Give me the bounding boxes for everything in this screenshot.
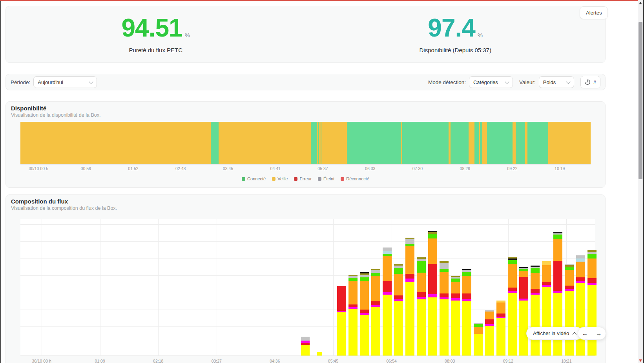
stacked-bar xyxy=(383,248,392,356)
pie-chart-icon xyxy=(585,79,590,85)
timeline-segment-connecté xyxy=(347,122,401,164)
timeline-segment-veille xyxy=(469,122,474,164)
stacked-bar xyxy=(576,255,585,356)
legend-swatch xyxy=(294,177,297,181)
availability-tick-label: 03:45 xyxy=(223,166,233,171)
valeur-select[interactable]: Poids xyxy=(539,76,574,88)
legend-swatch xyxy=(341,177,344,181)
bar-segment-red xyxy=(383,281,392,292)
mode-detection-select[interactable]: Catégories xyxy=(469,76,513,88)
stacked-bar xyxy=(519,267,528,356)
bar-segment-red xyxy=(462,293,471,299)
bar-segment-yellow xyxy=(428,297,437,356)
timeline-segment-connecté xyxy=(527,122,548,164)
scroll-down-arrow-icon[interactable] xyxy=(639,359,642,362)
bar-segment-yellow xyxy=(360,315,369,356)
availability-panel: Disponibilité Visualisation de la dispon… xyxy=(5,101,606,188)
kpi-availability-value: 97.4 xyxy=(428,15,475,40)
timeline-segment-veille xyxy=(482,122,487,164)
availability-timeline xyxy=(20,122,591,165)
bar-segment-yellow xyxy=(451,301,460,356)
gridline-horizontal xyxy=(20,224,595,225)
bar-segment-gray xyxy=(576,255,585,258)
vertical-scrollbar[interactable] xyxy=(638,0,643,363)
availability-tick-label: 04:41 xyxy=(270,166,281,171)
composition-tick-label: 05:45 xyxy=(328,359,338,363)
bar-segment-orange xyxy=(531,273,540,289)
show-video-button[interactable]: Afficher la vidéo xyxy=(526,327,583,340)
bar-segment-green xyxy=(440,269,449,272)
stacked-bar xyxy=(371,269,380,356)
composition-tick-label: 09:12 xyxy=(503,359,513,363)
availability-tick-label: 09:22 xyxy=(507,166,517,171)
bar-segment-yellow xyxy=(531,295,540,356)
bar-segment-orange xyxy=(462,276,471,293)
legend-swatch xyxy=(318,177,321,181)
kpi-purity-label: Pureté du flux PETC xyxy=(129,47,182,53)
availability-x-axis: 30/10 00 h00:5601:5202:4803:4504:4105:37… xyxy=(20,166,591,172)
legend-item-déconnecté: Déconnecté xyxy=(341,176,369,181)
bar-segment-yellow xyxy=(462,301,471,356)
kpi-purity: 94.51 % Pureté du flux PETC xyxy=(6,6,306,62)
bar-segment-paleyellow xyxy=(542,261,551,265)
bar-segment-orange xyxy=(405,246,414,274)
bar-segment-red xyxy=(542,282,551,285)
kpi-availability-unit: % xyxy=(478,32,483,38)
composition-tick-label: 04:36 xyxy=(270,359,280,363)
chevron-down-icon xyxy=(505,79,509,84)
bar-segment-orange xyxy=(508,264,517,288)
pagination-arrows: ← → xyxy=(578,327,606,340)
bar-segment-yellow xyxy=(405,282,414,356)
bar-segment-orange xyxy=(587,258,597,278)
scroll-up-arrow-icon[interactable] xyxy=(639,2,642,4)
bar-segment-green xyxy=(360,277,369,281)
stacked-bar xyxy=(317,352,322,356)
bar-segment-magenta xyxy=(405,279,414,282)
scrollbar-thumb[interactable] xyxy=(639,22,642,179)
bar-segment-gray xyxy=(440,263,449,269)
stacked-bar xyxy=(508,257,517,356)
bar-segment-yellow xyxy=(440,299,449,356)
mode-detection-select-value: Catégories xyxy=(473,79,498,85)
gridline-vertical xyxy=(450,219,450,356)
chart-number-view-toggle[interactable]: # xyxy=(580,76,600,88)
chevron-down-icon xyxy=(89,79,93,84)
composition-tick-label: 03:27 xyxy=(212,359,222,363)
availability-tick-label: 01:52 xyxy=(128,166,138,171)
periode-select[interactable]: Aujourd'hui xyxy=(33,76,97,88)
show-video-label: Afficher la vidéo xyxy=(533,330,569,336)
availability-tick-label: 07:30 xyxy=(412,166,423,171)
bar-segment-yellow xyxy=(348,309,358,356)
timeline-segment-connecté xyxy=(311,122,317,164)
stacked-bar xyxy=(542,261,551,356)
top-red-border xyxy=(0,0,644,1)
timeline-segment-veille xyxy=(548,122,591,164)
timeline-segment-veille xyxy=(513,122,516,164)
bar-segment-red xyxy=(440,293,449,297)
composition-tick-label: 30/10 00 h xyxy=(32,359,51,363)
bar-segment-magenta xyxy=(428,294,437,297)
stacked-bar xyxy=(451,276,460,356)
bar-segment-cyan xyxy=(576,258,585,262)
alerts-button[interactable]: Alertes xyxy=(580,6,608,19)
stacked-bar xyxy=(360,272,369,356)
composition-panel: Composition du flux Visualisation de la … xyxy=(5,194,606,363)
timeline-segment-veille xyxy=(321,122,347,164)
bar-segment-green xyxy=(531,268,540,273)
kpi-purity-value: 94.51 xyxy=(122,15,182,40)
gridline-vertical xyxy=(333,219,334,356)
timeline-segment-connecté xyxy=(516,122,525,164)
timeline-segment-connecté xyxy=(402,122,449,164)
previous-button[interactable]: ← xyxy=(582,330,588,336)
legend-label: Veille xyxy=(277,176,288,181)
stacked-bar xyxy=(337,286,346,356)
kpi-availability-label: Disponibilité (Depuis 05:37) xyxy=(420,47,491,53)
timeline-segment-connecté xyxy=(451,122,469,164)
gridline-vertical xyxy=(42,219,42,356)
stacked-bar xyxy=(348,275,358,356)
availability-tick-label: 30/10 00 h xyxy=(29,166,48,171)
next-button[interactable]: → xyxy=(596,330,602,336)
bar-segment-red xyxy=(451,293,460,298)
bar-segment-green xyxy=(462,272,471,276)
legend-label: Déconnecté xyxy=(346,176,369,181)
